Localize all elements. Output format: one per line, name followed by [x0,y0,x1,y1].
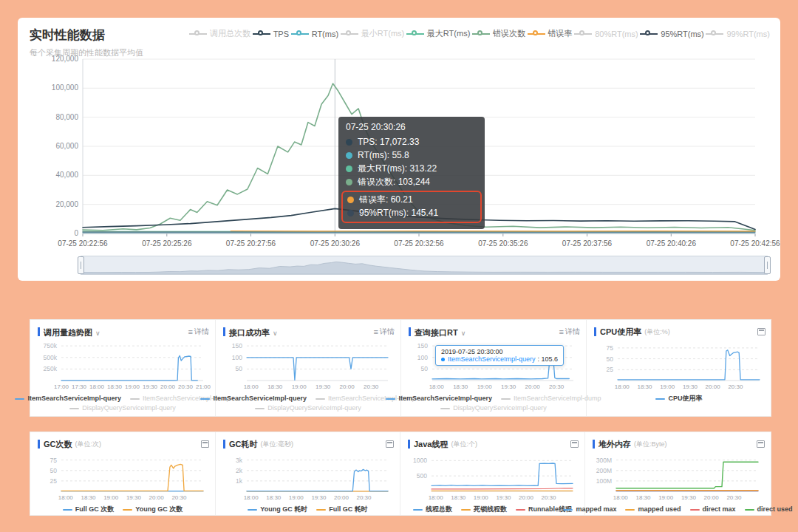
svg-text:500k: 500k [44,354,58,361]
legend-marker [563,509,573,511]
legend-item[interactable]: ItemSearchServiceImpl-query [15,394,121,403]
legend-item[interactable]: 99%RT(ms) [706,30,769,38]
expand-icon[interactable] [570,440,579,448]
tooltip-row: 错误次数: 103,244 [346,175,477,188]
svg-text:07-25 20:32:56: 07-25 20:32:56 [394,239,444,248]
svg-text:20:00: 20:00 [525,383,541,390]
legend-item[interactable]: Full GC 耗时 [316,505,368,514]
legend-item[interactable]: 错误率 [528,28,573,39]
cpu-usage-chart[interactable]: 25507518:0018:3019:0019:3020:0020:30 [591,338,767,392]
svg-text:18:00: 18:00 [429,494,444,501]
svg-text:18:30: 18:30 [451,494,466,501]
legend-marker [501,398,511,400]
svg-text:0: 0 [74,229,78,237]
legend-marker [406,30,424,38]
title-accent-bar [594,327,596,336]
legend-item[interactable]: 错误次数 [472,28,525,39]
svg-text:18:30: 18:30 [635,494,651,501]
svg-text:18:30: 18:30 [267,383,283,390]
legend-item[interactable]: DisplayQueryServiceImpl-query [69,403,176,413]
detail-link[interactable]: ≡详情 [188,327,209,337]
legend-item[interactable]: ItemSearchServiceImpl-query [200,394,307,403]
legend-marker [516,509,525,511]
java-threads-chart[interactable]: 500100018:0018:3019:0019:3020:0020:30 [405,450,580,503]
legend-item[interactable]: DisplayQueryServiceImpl-query [255,403,361,413]
series-dot [347,210,354,216]
title-accent-bar [409,327,411,336]
svg-text:18:30: 18:30 [453,383,468,390]
gc-duration-chart[interactable]: 1k2k3k18:0018:3019:0019:3020:0020:30 [220,450,395,503]
slider-handle-left[interactable] [78,256,84,274]
legend-item[interactable]: CPU使用率 [655,394,702,403]
legend-item[interactable]: 调用总次数 [189,28,250,39]
legend-item[interactable]: 最大RT(ms) [406,28,470,39]
legend-item[interactable]: 95%RT(ms) [640,30,703,38]
detail-link[interactable]: ≡详情 [559,327,580,337]
card-title: 堆外内存 [598,439,631,450]
expand-icon[interactable] [201,440,209,448]
legend-item[interactable]: RT(ms) [291,30,338,38]
card-query-api-rt: 查询接口RT∨ ≡详情 5010015018:0018:3019:0019:30… [401,320,587,416]
svg-text:18:30: 18:30 [637,383,652,390]
expand-icon[interactable] [757,328,765,335]
detail-link[interactable]: ≡详情 [374,327,395,337]
legend-item[interactable]: Young GC 次数 [123,505,183,514]
slider-handle-right[interactable] [764,256,771,274]
svg-text:100,000: 100,000 [52,83,79,92]
svg-text:19:30: 19:30 [681,494,697,501]
legend-item[interactable]: 80%RT(ms) [574,30,638,38]
svg-text:19:30: 19:30 [496,494,511,501]
tooltip-row: 最大RT(ms): 313.22 [346,162,477,175]
card-gc-duration: GC耗时 (单位:毫秒) 1k2k3k18:0018:3019:0019:302… [216,432,400,515]
legend-item[interactable]: DisplayQueryServiceImpl-query [440,403,547,413]
legend-item[interactable]: direct used [745,505,793,514]
legend-item[interactable]: ItemSearchServiceImpl-query [386,394,492,403]
list-icon: ≡ [559,327,564,336]
expand-icon[interactable] [757,440,765,448]
legend-marker [625,509,635,511]
card-title-dropdown[interactable]: 查询接口RT∨ [415,325,466,338]
svg-text:20:30: 20:30 [364,383,379,390]
svg-text:19:30: 19:30 [683,383,698,390]
expand-icon[interactable] [386,440,394,448]
card-title-dropdown[interactable]: 接口成功率∨ [229,325,278,338]
legend-marker [15,398,24,400]
realtime-performance-panel: 实时性能数据 每个采集周期的性能数据平均值 调用总次数TPSRT(ms)最小RT… [18,18,780,281]
card-title-dropdown[interactable]: 调用量趋势图∨ [44,325,100,338]
tooltip-row: 错误率: 60.21 [347,193,476,206]
svg-text:20:30: 20:30 [356,494,372,501]
gc-count-chart[interactable]: 25507518:0018:3019:0019:3020:0020:30 [35,450,211,503]
svg-text:20:30: 20:30 [726,494,742,501]
legend-item[interactable]: 死锁线程数 [461,505,507,514]
svg-text:18:00: 18:00 [244,383,259,390]
legend-item[interactable]: Young GC 耗时 [248,505,307,514]
legend-item[interactable]: mapped used [625,505,681,514]
chart-tooltip: 2019-07-25 20:30:00 ItemSearchServiceImp… [435,345,564,366]
legend-item[interactable]: TPS [253,30,289,38]
svg-text:07-25 20:40:26: 07-25 20:40:26 [647,239,697,248]
svg-text:75: 75 [607,344,614,352]
svg-text:19:30: 19:30 [316,383,331,390]
title-accent-bar [593,440,595,449]
call-volume-chart[interactable]: 250k500k750k17:0017:3018:0018:3019:0019:… [35,338,211,392]
chevron-down-icon: ∨ [95,330,100,337]
off-heap-memory-chart[interactable]: 100M200M300M18:0018:3019:0019:3020:0020:… [590,450,766,503]
svg-text:18:00: 18:00 [89,383,105,390]
legend-marker [440,408,450,409]
svg-text:2k: 2k [236,467,243,474]
chart-legend: ItemSearchServiceImpl-queryItemSearchSer… [216,394,400,413]
datazoom-slider[interactable] [80,256,768,275]
svg-text:20:30: 20:30 [541,494,556,501]
legend-marker [130,398,140,400]
legend-item[interactable]: Full GC 次数 [63,505,115,514]
series-dot [346,179,352,185]
legend-marker [123,509,132,511]
success-rate-chart[interactable]: 5010015018:0018:3019:0019:3020:0020:30 [220,338,396,392]
svg-text:07-25 20:25:26: 07-25 20:25:26 [142,239,192,248]
legend-item[interactable]: 最小RT(ms) [341,28,404,39]
legend-item[interactable]: 线程总数 [413,505,452,514]
legend-marker [200,398,210,400]
legend-item[interactable]: direct max [690,505,736,514]
svg-text:19:00: 19:00 [477,383,493,390]
legend-item[interactable]: mapped max [563,505,616,514]
